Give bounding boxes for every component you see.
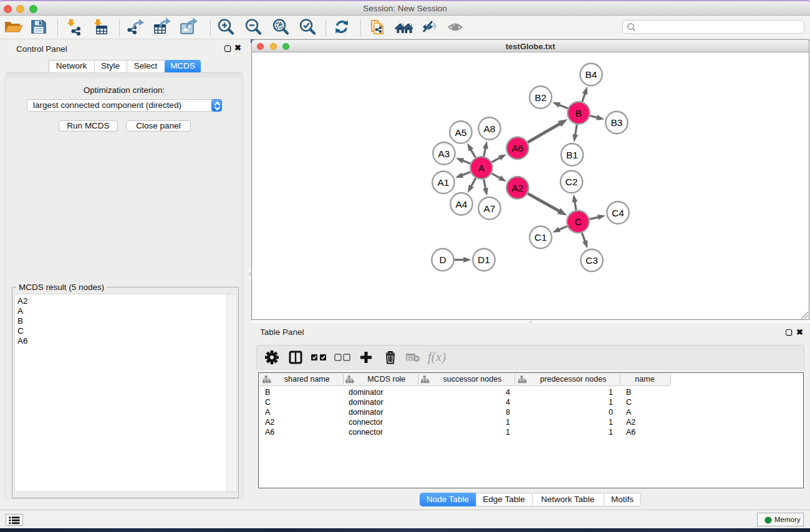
svg-text:A2: A2 [512, 183, 524, 193]
svg-text:C3: C3 [586, 255, 598, 266]
svg-text:C1: C1 [534, 232, 547, 243]
svg-text:B1: B1 [566, 150, 578, 160]
svg-text:D1: D1 [478, 254, 490, 265]
svg-text:B3: B3 [611, 117, 623, 128]
svg-text:B: B [576, 108, 582, 118]
svg-text:A5: A5 [455, 127, 467, 138]
svg-text:A: A [478, 163, 485, 173]
svg-text:A4: A4 [456, 199, 468, 210]
svg-text:C4: C4 [612, 208, 624, 218]
svg-text:A3: A3 [438, 148, 450, 159]
svg-text:C2: C2 [566, 177, 578, 187]
svg-text:A7: A7 [484, 203, 496, 214]
svg-text:D: D [439, 254, 446, 265]
svg-text:B4: B4 [586, 69, 597, 80]
svg-text:B2: B2 [535, 92, 547, 103]
svg-text:C: C [574, 216, 581, 227]
svg-text:A8: A8 [484, 123, 496, 134]
svg-text:A6: A6 [512, 143, 524, 153]
svg-text:A1: A1 [438, 177, 450, 188]
